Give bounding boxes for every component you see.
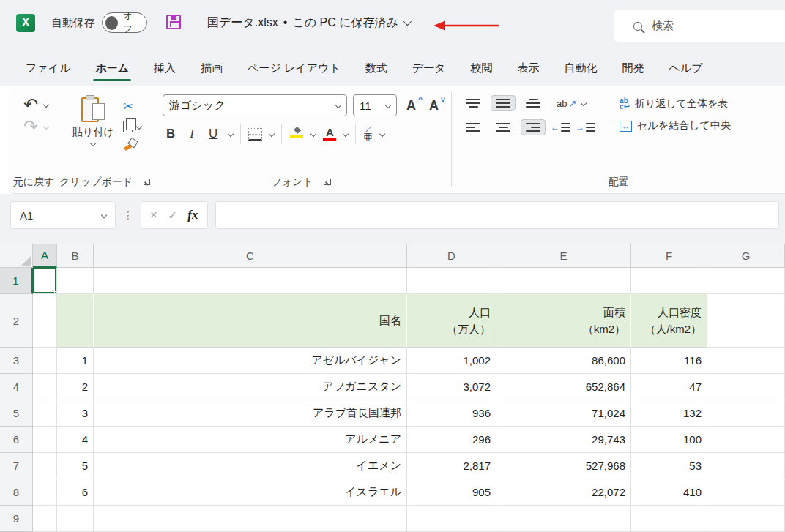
cell-index[interactable]: 3 — [57, 400, 94, 427]
fill-handle[interactable] — [54, 291, 57, 294]
col-header-F[interactable]: F — [631, 244, 707, 268]
cell-population[interactable]: 2,817 — [407, 453, 496, 479]
cell[interactable] — [33, 427, 57, 453]
cell-population[interactable]: 296 — [407, 427, 496, 453]
fill-color-dropdown[interactable] — [310, 131, 316, 137]
decrease-font-button[interactable]: A ˅ — [425, 97, 442, 115]
cell-density[interactable]: 410 — [631, 479, 707, 506]
row-header-5[interactable]: 5 — [0, 400, 33, 427]
align-top-button[interactable] — [461, 95, 485, 111]
align-center-button[interactable] — [491, 119, 516, 135]
cell[interactable] — [707, 400, 785, 427]
save-button[interactable] — [166, 15, 182, 31]
search-box[interactable]: 検索 — [614, 10, 785, 42]
cell[interactable] — [33, 506, 57, 532]
decrease-indent-button[interactable]: ← — [551, 122, 570, 132]
paste-button[interactable]: 貼り付け — [68, 94, 119, 171]
wrap-text-button[interactable]: abc↩ 折り返して全体を表 — [620, 97, 734, 110]
cell-area[interactable]: 86,600 — [496, 348, 631, 374]
row-header-7[interactable]: 7 — [0, 453, 33, 479]
align-bottom-button[interactable] — [521, 95, 546, 111]
cell[interactable] — [707, 268, 785, 294]
align-left-button[interactable] — [461, 119, 485, 135]
cell[interactable] — [57, 268, 94, 294]
cell-index[interactable]: 6 — [57, 479, 94, 506]
tab-review[interactable]: 校閲 — [458, 57, 505, 81]
cell-population[interactable]: 3,072 — [407, 374, 496, 400]
cell-density[interactable]: 116 — [631, 348, 707, 374]
row-header-1[interactable]: 1 — [0, 268, 33, 294]
font-size-combo[interactable]: 11 — [353, 94, 397, 116]
cell-header-area[interactable]: 面積 （km2） — [496, 294, 631, 348]
chevron-down-icon[interactable] — [403, 18, 412, 26]
cell[interactable] — [707, 427, 785, 453]
cell[interactable] — [33, 374, 57, 400]
cell-index[interactable]: 5 — [57, 453, 94, 479]
tab-view[interactable]: 表示 — [505, 57, 551, 81]
orientation-button[interactable]: ab ↗ — [557, 98, 576, 109]
cell-country[interactable]: イエメン — [94, 453, 407, 479]
tab-developer[interactable]: 開発 — [609, 57, 656, 81]
row-header-6[interactable]: 6 — [0, 427, 33, 453]
cell-area[interactable]: 527,968 — [496, 453, 631, 479]
phonetic-dropdown[interactable] — [379, 131, 385, 137]
cell-header-density[interactable]: 人口密度 （人/km2） — [631, 294, 707, 348]
tab-formulas[interactable]: 数式 — [353, 57, 400, 81]
cell[interactable] — [407, 268, 496, 294]
cell[interactable] — [707, 374, 785, 400]
tab-file[interactable]: ファイル — [13, 57, 83, 81]
cell[interactable] — [57, 506, 94, 532]
cell-density[interactable]: 47 — [631, 374, 707, 400]
col-header-D[interactable]: D — [407, 244, 496, 268]
clipboard-dialog-launcher[interactable] — [143, 178, 152, 187]
kebab-handle-icon[interactable]: ⋮ — [123, 209, 133, 221]
col-header-C[interactable]: C — [94, 244, 407, 268]
cell-index[interactable]: 2 — [57, 374, 94, 400]
cell-density[interactable]: 53 — [631, 453, 707, 479]
borders-button[interactable] — [248, 128, 262, 141]
col-header-B[interactable]: B — [57, 244, 94, 268]
enter-button[interactable]: ✓ — [168, 209, 177, 222]
tab-insert[interactable]: 挿入 — [141, 57, 188, 81]
cell[interactable] — [33, 400, 57, 427]
tab-data[interactable]: データ — [400, 57, 458, 81]
undo-button[interactable]: ↶ — [23, 96, 38, 113]
cell[interactable] — [33, 453, 57, 479]
increase-indent-button[interactable]: → — [576, 122, 595, 132]
cell[interactable] — [33, 348, 57, 374]
bold-button[interactable]: B — [163, 126, 179, 142]
cell[interactable] — [57, 294, 94, 348]
cell-population[interactable]: 905 — [407, 479, 496, 506]
cell-area[interactable]: 652,864 — [496, 374, 631, 400]
tab-help[interactable]: ヘルプ — [656, 57, 715, 81]
cell[interactable] — [631, 268, 707, 294]
cell[interactable] — [407, 506, 496, 532]
autosave-toggle[interactable]: オフ — [102, 12, 147, 33]
document-title[interactable]: 国データ.xlsx • この PC に保存済み — [207, 15, 409, 31]
cell[interactable] — [707, 348, 785, 374]
cell-index[interactable]: 4 — [57, 427, 94, 453]
cancel-button[interactable]: × — [150, 208, 157, 222]
cell[interactable] — [496, 506, 631, 532]
cell-population[interactable]: 936 — [407, 400, 496, 427]
increase-font-button[interactable]: A ^ — [403, 97, 420, 115]
cell-density[interactable]: 100 — [631, 427, 707, 453]
cell[interactable] — [707, 506, 785, 532]
cell-country[interactable]: アゼルバイジャン — [94, 348, 407, 374]
font-dialog-launcher[interactable] — [324, 178, 332, 187]
col-header-E[interactable]: E — [496, 244, 631, 268]
phonetic-button[interactable]: ア 亜 — [363, 126, 373, 142]
redo-button[interactable]: ↷ — [23, 118, 38, 135]
cell[interactable] — [33, 294, 57, 348]
cell[interactable] — [33, 479, 57, 506]
tab-page-layout[interactable]: ページ レイアウト — [235, 57, 353, 81]
cell[interactable] — [94, 506, 407, 532]
borders-dropdown[interactable] — [269, 131, 275, 137]
row-header-2[interactable]: 2 — [0, 294, 33, 348]
cell-country[interactable]: アルメニア — [94, 427, 407, 453]
row-header-8[interactable]: 8 — [0, 479, 33, 506]
italic-button[interactable]: I — [186, 126, 198, 142]
orientation-dropdown[interactable] — [581, 100, 587, 106]
cut-button[interactable]: ✂ — [123, 99, 133, 114]
cell[interactable] — [707, 453, 785, 479]
